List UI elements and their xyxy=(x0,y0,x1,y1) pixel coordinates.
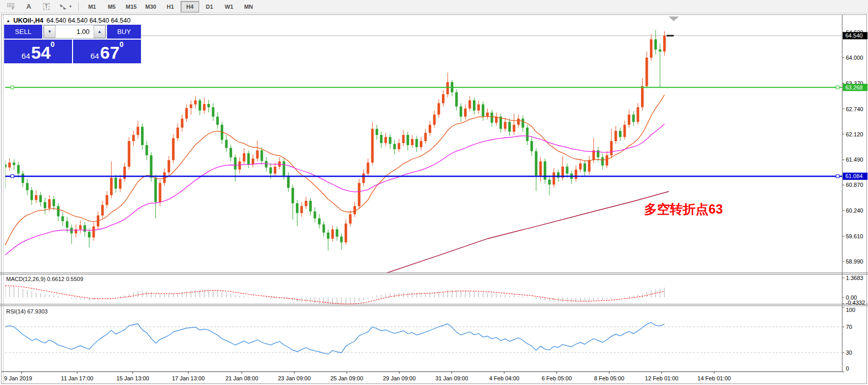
candle-body xyxy=(415,139,418,147)
candle-body xyxy=(575,169,577,179)
candle-body xyxy=(513,125,516,131)
slow-ma-line xyxy=(5,124,664,255)
buy-price-pip: 0 xyxy=(119,41,123,48)
candle-body xyxy=(442,94,445,103)
candle-body xyxy=(30,190,33,200)
candle-body xyxy=(482,104,484,117)
candle-body xyxy=(526,128,528,141)
price-badge-label: 63.268 xyxy=(845,84,863,91)
candle-body xyxy=(8,163,11,167)
candle-body xyxy=(292,188,294,203)
candle-body xyxy=(504,122,506,129)
candle-body xyxy=(530,141,533,151)
candle-body xyxy=(508,122,511,132)
candle-body xyxy=(459,107,462,117)
chart-shift-marker-icon[interactable] xyxy=(668,16,679,21)
candle-body xyxy=(624,125,626,137)
candle-body xyxy=(309,201,312,212)
candle-body xyxy=(553,172,555,185)
candle-body xyxy=(4,164,7,167)
candle-body xyxy=(398,143,400,149)
buy-price-box[interactable]: 64 67 0 xyxy=(73,40,141,63)
chart-header: ▲ UKOil-,H4 64.540 64.540 64.540 64.540 xyxy=(6,17,131,24)
candle-body xyxy=(340,237,343,242)
candle-body xyxy=(44,202,46,208)
buy-button[interactable]: BUY xyxy=(107,25,141,39)
volume-up-button[interactable]: ▲ xyxy=(94,25,105,38)
support-hline-handle[interactable] xyxy=(11,174,14,178)
candle-body xyxy=(39,195,42,202)
candle-body xyxy=(447,82,449,94)
candle-body xyxy=(384,137,387,143)
support-hline-handle[interactable] xyxy=(836,174,839,178)
candle-body xyxy=(473,100,475,111)
candle-body xyxy=(305,201,307,206)
candle-body xyxy=(610,141,613,155)
time-tick-label: 15 Jan 13:00 xyxy=(116,375,149,381)
candle-body xyxy=(229,148,232,157)
candle-body xyxy=(128,141,130,167)
candle-body xyxy=(614,131,617,141)
candle-body xyxy=(522,119,524,128)
time-tick-label: 11 Jan 17:00 xyxy=(61,375,94,381)
candle-body xyxy=(181,119,184,128)
candle-body xyxy=(345,223,347,242)
candle-body xyxy=(270,167,272,173)
candle-body xyxy=(331,230,334,239)
sell-button[interactable]: SELL xyxy=(4,25,42,39)
candle-body xyxy=(88,232,91,237)
sell-price-box[interactable]: 64 54 0 xyxy=(4,40,72,63)
candle-body xyxy=(548,180,551,184)
resistance-hline-handle[interactable] xyxy=(11,86,14,89)
candle-body xyxy=(411,139,414,145)
one-click-trade-panel: SELL ▼ 1.00 ▲ BUY 64 54 0 64 67 0 xyxy=(4,25,141,63)
time-tick-label: 25 Jan 09:00 xyxy=(330,375,363,381)
last-price-dash xyxy=(666,35,674,37)
candle-body xyxy=(159,183,162,202)
candle-body xyxy=(61,216,64,221)
candle-body xyxy=(256,150,259,159)
candle-body xyxy=(376,129,378,135)
volume-stepper: ▼ 1.00 ▲ xyxy=(43,25,106,39)
candle-body xyxy=(57,206,60,216)
candle-body xyxy=(168,160,170,172)
chart-text-annotation[interactable]: 多空转折点63 xyxy=(644,201,723,218)
candle-body xyxy=(274,167,276,173)
candle-body xyxy=(389,137,392,144)
candle-body xyxy=(137,127,139,135)
candle-body xyxy=(172,138,174,160)
candle-body xyxy=(362,173,365,183)
time-tick-label: 8 Feb 05:00 xyxy=(594,375,625,381)
candle-body xyxy=(83,225,86,232)
macd-pane xyxy=(5,286,664,305)
collapse-arrow-icon[interactable]: ▲ xyxy=(6,19,10,23)
time-tick-label: 17 Jan 13:00 xyxy=(172,375,205,381)
resistance-hline-handle[interactable] xyxy=(836,86,839,89)
time-tick-label: 31 Jan 09:00 xyxy=(435,375,468,381)
price-tick-label: 59.610 xyxy=(846,233,863,239)
price-tick-label: 61.490 xyxy=(846,156,863,163)
candle-body xyxy=(336,230,339,237)
candle-body xyxy=(517,119,520,125)
candle-body xyxy=(477,104,480,111)
candle-body xyxy=(35,195,38,200)
volume-input[interactable]: 1.00 xyxy=(56,25,94,38)
candle-body xyxy=(353,206,356,214)
candle-body xyxy=(225,140,228,148)
candle-body xyxy=(185,108,188,119)
candle-body xyxy=(650,39,652,58)
macd-label: MACD(12,26,9) 0.6612 0.5509 xyxy=(6,276,83,282)
candle-body xyxy=(318,218,321,224)
volume-down-button[interactable]: ▼ xyxy=(44,25,56,38)
main-price-pane xyxy=(4,30,843,273)
macd-tick-label: -0.4332 xyxy=(846,300,865,306)
price-badge-label: 64.540 xyxy=(845,32,863,39)
candle-body xyxy=(260,150,263,161)
candle-body xyxy=(433,115,436,125)
candle-body xyxy=(420,141,422,147)
candle-body xyxy=(300,206,303,213)
price-tick-label: 62.120 xyxy=(846,131,863,137)
long-ma-line xyxy=(386,191,669,273)
candle-body xyxy=(52,199,55,206)
candle-body xyxy=(194,100,197,104)
